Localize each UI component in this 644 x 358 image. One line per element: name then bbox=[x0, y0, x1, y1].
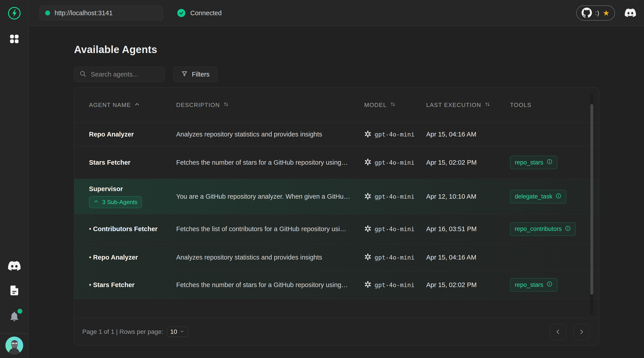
table-row[interactable]: Repo Analyzer Analyzes repository statis… bbox=[74, 123, 599, 146]
sidebar-item-notifications[interactable] bbox=[8, 310, 20, 323]
grid-apps-icon bbox=[8, 33, 20, 46]
connection-status: Connected bbox=[177, 9, 222, 17]
tools-cell: repo_stars bbox=[510, 278, 581, 291]
tool-badge[interactable]: delegate_task bbox=[510, 190, 566, 203]
discord-icon bbox=[625, 7, 636, 19]
check-icon bbox=[177, 9, 185, 17]
table-row[interactable]: Contributors Fetcher Fetches the list of… bbox=[74, 214, 599, 244]
filters-button[interactable]: Filters bbox=[173, 67, 217, 82]
pagination-summary: Page 1 of 1 | Rows per page: bbox=[82, 328, 163, 335]
search-box[interactable] bbox=[74, 67, 165, 82]
model-name: gpt-4o-mini bbox=[374, 254, 414, 261]
agent-model-cell: gpt-4o-mini bbox=[364, 130, 426, 139]
last-execution: Apr 15, 02:02 PM bbox=[426, 159, 510, 166]
agent-model-cell: gpt-4o-mini bbox=[364, 281, 426, 289]
table-body: Repo Analyzer Analyzes repository statis… bbox=[74, 123, 599, 299]
model-name: gpt-4o-mini bbox=[374, 281, 414, 288]
model-name: gpt-4o-mini bbox=[374, 131, 414, 138]
sidebar bbox=[0, 0, 28, 358]
notification-dot bbox=[18, 309, 22, 314]
agent-model-cell: gpt-4o-mini bbox=[364, 193, 426, 201]
github-icon bbox=[582, 8, 592, 19]
openai-icon bbox=[364, 225, 372, 233]
server-status-dot bbox=[45, 11, 50, 16]
tool-name: repo_stars bbox=[515, 281, 544, 288]
discord-link-button[interactable] bbox=[625, 7, 636, 19]
openai-icon bbox=[364, 193, 372, 201]
app-logo-button[interactable] bbox=[8, 6, 21, 21]
table-row[interactable]: Stars Fetcher Fetches the number of star… bbox=[74, 146, 599, 179]
rows-per-page-select[interactable]: 10 bbox=[167, 327, 188, 337]
last-execution: Apr 12, 10:10 AM bbox=[426, 193, 510, 200]
tool-name: repo_stars bbox=[515, 159, 544, 166]
sidebar-divider bbox=[0, 333, 28, 334]
server-url-box[interactable] bbox=[40, 6, 163, 20]
tools-cell: repo_contributors bbox=[510, 222, 581, 236]
pagination-bar: Page 1 of 1 | Rows per page: 10 bbox=[74, 318, 599, 345]
agent-name: Contributors Fetcher bbox=[89, 225, 170, 233]
sidebar-item-discord[interactable] bbox=[8, 259, 20, 273]
last-execution: Apr 15, 04:16 AM bbox=[426, 254, 510, 261]
sidebar-item-docs[interactable] bbox=[8, 285, 20, 297]
agent-model-cell: gpt-4o-mini bbox=[364, 225, 426, 233]
scrollbar-track[interactable] bbox=[590, 93, 594, 315]
tool-badge[interactable]: repo_stars bbox=[510, 278, 557, 291]
agent-description: You are a GitHub repository analyzer. Wh… bbox=[176, 193, 364, 200]
tool-name: repo_contributors bbox=[515, 226, 562, 232]
topbar: Connected :) ★ bbox=[29, 0, 644, 26]
openai-icon bbox=[364, 158, 372, 166]
model-name: gpt-4o-mini bbox=[374, 193, 414, 200]
table-row[interactable]: Stars Fetcher Fetches the number of star… bbox=[74, 271, 599, 299]
agent-description: Fetches the number of stars for a GitHub… bbox=[176, 281, 364, 289]
agent-name-cell: Contributors Fetcher bbox=[89, 225, 176, 233]
chevron-up-icon bbox=[93, 198, 99, 206]
page-title: Available Agents bbox=[74, 44, 599, 56]
tool-badge[interactable]: repo_stars bbox=[510, 156, 557, 169]
tools-cell: delegate_task bbox=[510, 190, 581, 203]
prev-page-button[interactable] bbox=[550, 324, 566, 340]
avatar-image bbox=[5, 336, 23, 354]
connection-status-label: Connected bbox=[190, 10, 222, 17]
column-header-model[interactable]: MODEL bbox=[364, 101, 426, 109]
info-icon bbox=[546, 281, 552, 289]
sort-updown-icon bbox=[484, 101, 490, 109]
user-avatar[interactable] bbox=[5, 336, 23, 354]
last-execution: Apr 15, 02:02 PM bbox=[426, 281, 510, 289]
table-row[interactable]: Supervisor 3 Sub-Agents You are a GitHub… bbox=[74, 179, 599, 214]
table-row[interactable]: Repo Analyzer Analyzes repository statis… bbox=[74, 244, 599, 271]
agents-table-card: AGENT NAME DESCRIPTION bbox=[74, 87, 599, 345]
sort-updown-icon bbox=[223, 101, 229, 109]
search-input[interactable] bbox=[91, 71, 160, 78]
agent-description: Fetches the list of contributors for a G… bbox=[176, 225, 364, 233]
tool-badge[interactable]: repo_contributors bbox=[510, 222, 576, 236]
agent-name-cell: Repo Analyzer bbox=[89, 131, 176, 138]
server-url-input[interactable] bbox=[54, 10, 158, 17]
search-icon bbox=[79, 70, 87, 79]
sub-agents-label: 3 Sub-Agents bbox=[102, 199, 138, 206]
last-execution: Apr 15, 04:16 AM bbox=[426, 131, 510, 138]
agent-description: Analyzes repository statistics and provi… bbox=[176, 254, 364, 261]
column-header-last-execution[interactable]: LAST EXECUTION bbox=[426, 101, 510, 109]
agent-model-cell: gpt-4o-mini bbox=[364, 253, 426, 261]
column-header-agent-name[interactable]: AGENT NAME bbox=[89, 101, 176, 109]
bell-icon bbox=[8, 310, 20, 323]
agent-name-cell: Repo Analyzer bbox=[89, 254, 176, 261]
sub-agents-toggle[interactable]: 3 Sub-Agents bbox=[89, 196, 142, 208]
info-icon bbox=[565, 225, 571, 233]
info-icon bbox=[556, 193, 562, 200]
chevron-down-icon bbox=[179, 329, 185, 335]
lightning-logo-icon bbox=[8, 6, 21, 21]
smiley-label: :) bbox=[595, 10, 600, 17]
tools-cell: repo_stars bbox=[510, 156, 581, 169]
star-icon: ★ bbox=[603, 9, 610, 17]
chevron-up-icon bbox=[134, 101, 140, 109]
column-header-description[interactable]: DESCRIPTION bbox=[176, 101, 364, 109]
scrollbar-thumb[interactable] bbox=[590, 104, 593, 295]
github-star-button[interactable]: :) ★ bbox=[576, 5, 615, 21]
last-execution: Apr 16, 03:51 PM bbox=[426, 225, 510, 233]
sort-updown-icon bbox=[390, 101, 396, 109]
table-header-row: AGENT NAME DESCRIPTION bbox=[74, 88, 599, 123]
agent-model-cell: gpt-4o-mini bbox=[364, 158, 426, 166]
next-page-button[interactable] bbox=[573, 324, 590, 340]
sidebar-item-dashboard[interactable] bbox=[8, 33, 20, 46]
